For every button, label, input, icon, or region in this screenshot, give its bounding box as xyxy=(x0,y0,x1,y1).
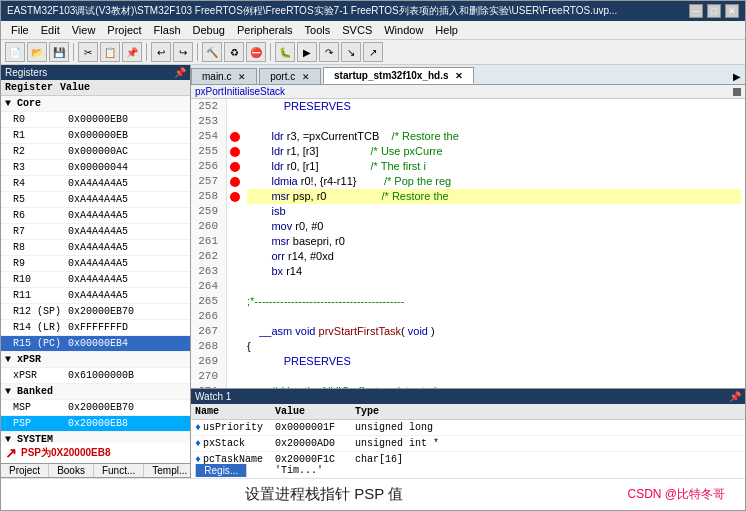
watch-pin-icon[interactable]: 📌 xyxy=(729,391,741,402)
registers-title: Registers xyxy=(5,67,47,78)
line-num-268: 268 xyxy=(195,339,222,354)
books-tab[interactable]: Books xyxy=(49,464,94,477)
toolbar-separator-3 xyxy=(197,43,198,61)
tab-close-port[interactable]: ✕ xyxy=(302,72,310,82)
funct-tab[interactable]: Funct... xyxy=(94,464,144,477)
registers-panel-header: Registers 📌 xyxy=(1,65,190,80)
new-file-button[interactable]: 📄 xyxy=(5,42,25,62)
run-button[interactable]: ▶ xyxy=(297,42,317,62)
menu-tools[interactable]: Tools xyxy=(299,22,337,38)
watch-header-row: Name Value Type xyxy=(191,404,745,420)
step-over-button[interactable]: ↷ xyxy=(319,42,339,62)
debug-button[interactable]: 🐛 xyxy=(275,42,295,62)
reg-r3[interactable]: R30x00000044 xyxy=(1,160,190,176)
menu-project[interactable]: Project xyxy=(101,22,147,38)
menu-svcs[interactable]: SVCS xyxy=(336,22,378,38)
project-tab[interactable]: Project xyxy=(1,464,49,477)
xpsr-group-header[interactable]: ▼ xPSR xyxy=(1,352,190,368)
cut-button[interactable]: ✂ xyxy=(78,42,98,62)
registers-pin-icon[interactable]: 📌 xyxy=(174,67,186,78)
tab-scroll-right[interactable]: ▶ xyxy=(729,69,745,84)
line-num-257: 257 xyxy=(195,174,222,189)
reg-r14-lr[interactable]: R14 (LR)0xFFFFFFFD xyxy=(1,320,190,336)
step-out-button[interactable]: ↗ xyxy=(363,42,383,62)
watch-icon-0: ♦ xyxy=(195,422,201,433)
menu-peripherals[interactable]: Peripherals xyxy=(231,22,299,38)
copy-button[interactable]: 📋 xyxy=(100,42,120,62)
menu-file[interactable]: File xyxy=(5,22,35,38)
paste-button[interactable]: 📌 xyxy=(122,42,142,62)
reg-xpsr[interactable]: xPSR0x61000000B xyxy=(1,368,190,384)
reg-r5[interactable]: R50xA4A4A4A5 xyxy=(1,192,190,208)
menu-window[interactable]: Window xyxy=(378,22,429,38)
reg-r15-pc[interactable]: R15 (PC)0x00000EB4 xyxy=(1,336,190,352)
core-group-header[interactable]: ▼ Core xyxy=(1,96,190,112)
reg-r0[interactable]: R00x00000EB0 xyxy=(1,112,190,128)
tab-main-c[interactable]: main.c ✕ xyxy=(191,68,257,84)
code-editor[interactable]: 252 253 254 255 256 257 258 259 260 261 … xyxy=(191,99,745,388)
gutter-269 xyxy=(227,354,243,369)
menu-view[interactable]: View xyxy=(66,22,102,38)
breakpoint-258[interactable] xyxy=(230,192,240,202)
code-path-label: pxPortInitialiseStack xyxy=(195,86,285,97)
close-button[interactable]: ✕ xyxy=(725,4,739,18)
tab-close-startup[interactable]: ✕ xyxy=(455,71,463,81)
reg-r7[interactable]: R70xA4A4A4A5 xyxy=(1,224,190,240)
redo-button[interactable]: ↪ xyxy=(173,42,193,62)
step-into-button[interactable]: ↘ xyxy=(341,42,361,62)
reg-r10[interactable]: R100xA4A4A4A5 xyxy=(1,272,190,288)
reg-r9[interactable]: R90xA4A4A4A5 xyxy=(1,256,190,272)
rebuild-button[interactable]: ♻ xyxy=(224,42,244,62)
watch-row-1[interactable]: ♦pxStack 0x20000AD0 unsigned int * xyxy=(191,436,745,452)
registers-table[interactable]: Register Value ▼ Core R00x00000EB0 R10x0… xyxy=(1,80,190,443)
reg-msp[interactable]: MSP0x20000EB70 xyxy=(1,400,190,416)
line-num-262: 262 xyxy=(195,249,222,264)
code-line-260: mov r0, #0 xyxy=(247,219,741,234)
watch-row-2[interactable]: ♦pcTaskName 0x20000F1C 'Tim...' char[16] xyxy=(191,452,745,478)
reg-r12-sp[interactable]: R12 (SP)0x20000EB70 xyxy=(1,304,190,320)
menu-edit[interactable]: Edit xyxy=(35,22,66,38)
reg-psp[interactable]: PSP0x20000EB8 xyxy=(1,416,190,432)
menu-debug[interactable]: Debug xyxy=(187,22,231,38)
stop-button[interactable]: ⛔ xyxy=(246,42,266,62)
reg-r6[interactable]: R60xA4A4A4A5 xyxy=(1,208,190,224)
breakpoint-257[interactable] xyxy=(230,177,240,187)
code-line-257: ldmia r0!, {r4-r11} /* Pop the reg xyxy=(247,174,741,189)
code-line-266 xyxy=(247,309,741,324)
maximize-button[interactable]: □ xyxy=(707,4,721,18)
code-content[interactable]: PRESERVES ldr r3, =pxCurrentTCB /* Resto… xyxy=(243,99,745,388)
code-line-264 xyxy=(247,279,741,294)
line-num-255: 255 xyxy=(195,144,222,159)
banked-group-header[interactable]: ▼ Banked xyxy=(1,384,190,400)
breakpoint-255[interactable] xyxy=(230,147,240,157)
reg-r4[interactable]: R40xA4A4A4A5 xyxy=(1,176,190,192)
bottom-caption: 设置进程栈指针 PSP 值 CSDN @比特冬哥 xyxy=(1,478,745,510)
undo-button[interactable]: ↩ xyxy=(151,42,171,62)
reg-r1[interactable]: R10x000000EB xyxy=(1,128,190,144)
save-button[interactable]: 💾 xyxy=(49,42,69,62)
watch-table[interactable]: Name Value Type ♦usPriority 0x0000001F u… xyxy=(191,404,745,478)
breakpoint-256[interactable] xyxy=(230,162,240,172)
system-group-header[interactable]: ▼ SYSTEM xyxy=(1,432,190,443)
reg-r8[interactable]: R80xA4A4A4A5 xyxy=(1,240,190,256)
menu-flash[interactable]: Flash xyxy=(148,22,187,38)
right-panel: main.c ✕ port.c ✕ startup_stm32f10x_hd.s… xyxy=(191,65,745,478)
gutter-258 xyxy=(227,189,243,204)
tab-startup[interactable]: startup_stm32f10x_hd.s ✕ xyxy=(323,67,474,84)
code-collapse-icon[interactable] xyxy=(733,88,741,96)
open-button[interactable]: 📂 xyxy=(27,42,47,62)
templ-tab[interactable]: Templ... xyxy=(144,464,196,477)
menu-help[interactable]: Help xyxy=(429,22,464,38)
watch-row-0[interactable]: ♦usPriority 0x0000001F unsigned long xyxy=(191,420,745,436)
breakpoint-254[interactable] xyxy=(230,132,240,142)
line-num-266: 266 xyxy=(195,309,222,324)
tab-close-main[interactable]: ✕ xyxy=(238,72,246,82)
build-button[interactable]: 🔨 xyxy=(202,42,222,62)
reg-col-name-header: Register xyxy=(3,81,58,94)
minimize-button[interactable]: ─ xyxy=(689,4,703,18)
tab-port-c[interactable]: port.c ✕ xyxy=(259,68,321,84)
reg-r11[interactable]: R110xA4A4A4A5 xyxy=(1,288,190,304)
code-line-265: ;*--------------------------------------… xyxy=(247,294,741,309)
reg-r2[interactable]: R20x000000AC xyxy=(1,144,190,160)
psp-annotation: ↗ PSP为0X20000EB8 xyxy=(1,443,190,463)
